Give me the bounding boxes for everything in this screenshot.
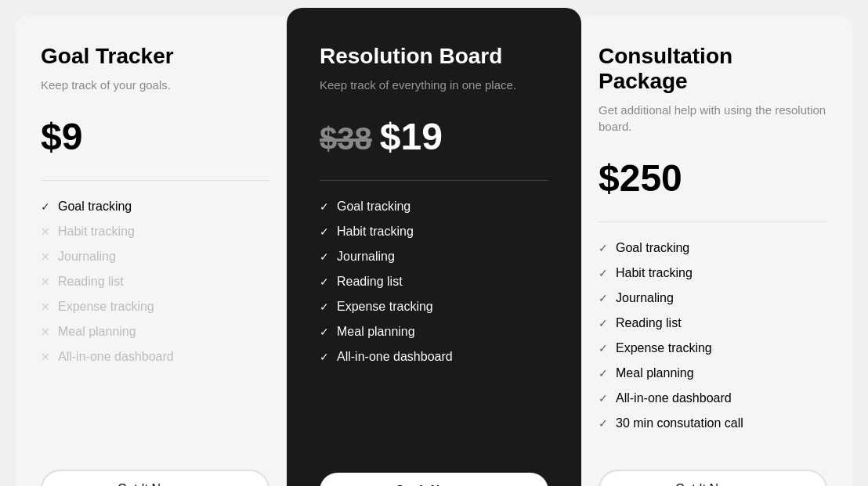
feature-label: Journaling (58, 250, 116, 264)
feature-item: ✓Goal tracking (599, 241, 827, 255)
x-icon: ✕ (41, 301, 50, 313)
feature-item: ✓Meal planning (599, 366, 827, 380)
feature-item: ✓All-in-one dashboard (320, 350, 548, 364)
feature-item: ✓Journaling (320, 250, 548, 264)
feature-item: ✓Expense tracking (320, 300, 548, 314)
check-icon: ✓ (599, 317, 608, 329)
check-icon: ✓ (599, 292, 608, 304)
price-container: $250 (599, 157, 827, 200)
feature-item: ✓30 min consutation call (599, 416, 827, 430)
x-icon: ✕ (41, 275, 50, 288)
check-icon: ✓ (320, 351, 329, 363)
x-icon: ✕ (41, 326, 50, 338)
feature-label: Goal tracking (58, 200, 132, 214)
check-icon: ✓ (320, 200, 329, 213)
feature-item: ✓Meal planning (320, 325, 548, 339)
card-title: Resolution Board (320, 44, 548, 69)
feature-item: ✓Habit tracking (320, 225, 548, 239)
features-list: ✓Goal tracking✓Habit tracking✓Journaling… (320, 200, 548, 445)
pricing-card-goal-tracker: Goal TrackerKeep track of your goals.$9✓… (16, 16, 295, 486)
price: $19 (380, 115, 443, 158)
feature-label: Reading list (616, 316, 682, 330)
card-title: Consultation Package (599, 44, 827, 94)
feature-label: Meal planning (337, 325, 415, 339)
features-list: ✓Goal tracking✕Habit tracking✕Journaling… (41, 200, 269, 441)
card-subtitle: Get additional help with using the resol… (599, 102, 827, 135)
price: $9 (41, 115, 82, 158)
card-title: Goal Tracker (41, 44, 269, 69)
feature-label: Expense tracking (337, 300, 433, 314)
price-container: $9 (41, 115, 269, 158)
check-icon: ✓ (599, 367, 608, 380)
check-icon: ✓ (320, 225, 329, 238)
x-icon: ✕ (41, 250, 50, 263)
feature-item: ✓Journaling (599, 291, 827, 305)
feature-label: All-in-one dashboard (58, 350, 174, 364)
feature-label: All-in-one dashboard (337, 350, 453, 364)
pricing-card-resolution-board: Resolution BoardKeep track of everything… (287, 8, 581, 486)
feature-label: Reading list (58, 275, 124, 289)
feature-item: ✕Habit tracking (41, 225, 269, 239)
x-icon: ✕ (41, 225, 50, 238)
feature-label: Meal planning (58, 325, 136, 339)
check-icon: ✓ (599, 242, 608, 254)
feature-label: Reading list (337, 275, 403, 289)
feature-label: Meal planning (616, 366, 694, 380)
cta-button[interactable]: Get It Now → (320, 473, 548, 486)
feature-label: Goal tracking (337, 200, 410, 214)
check-icon: ✓ (599, 342, 608, 355)
feature-item: ✕All-in-one dashboard (41, 350, 269, 364)
feature-item: ✓Reading list (599, 316, 827, 330)
pricing-container: Goal TrackerKeep track of your goals.$9✓… (16, 16, 852, 486)
feature-item: ✕Expense tracking (41, 300, 269, 314)
feature-item: ✓All-in-one dashboard (599, 391, 827, 405)
feature-item: ✓Goal tracking (41, 200, 269, 214)
feature-label: Journaling (616, 291, 674, 305)
feature-item: ✓Goal tracking (320, 200, 548, 214)
divider (320, 180, 548, 181)
divider (41, 180, 269, 181)
feature-label: Habit tracking (616, 266, 693, 280)
divider (599, 221, 827, 222)
feature-item: ✕Journaling (41, 250, 269, 264)
features-list: ✓Goal tracking✓Habit tracking✓Journaling… (599, 241, 827, 441)
check-icon: ✓ (320, 250, 329, 263)
price-strikethrough: $38 (320, 121, 372, 157)
check-icon: ✓ (599, 417, 608, 430)
feature-item: ✕Reading list (41, 275, 269, 289)
feature-item: ✕Meal planning (41, 325, 269, 339)
pricing-card-consultation-package: Consultation PackageGet additional help … (573, 16, 852, 486)
feature-label: All-in-one dashboard (616, 391, 732, 405)
check-icon: ✓ (320, 301, 329, 313)
card-subtitle: Keep track of everything in one place. (320, 77, 548, 93)
feature-item: ✓Reading list (320, 275, 548, 289)
feature-item: ✓Habit tracking (599, 266, 827, 280)
feature-label: Habit tracking (58, 225, 135, 239)
feature-label: Expense tracking (616, 341, 712, 355)
x-icon: ✕ (41, 351, 50, 363)
feature-item: ✓Expense tracking (599, 341, 827, 355)
feature-label: Habit tracking (337, 225, 414, 239)
price-container: $38$19 (320, 115, 548, 158)
feature-label: Goal tracking (616, 241, 689, 255)
cta-button[interactable]: Get It Now → (599, 470, 827, 486)
price: $250 (599, 157, 682, 200)
card-subtitle: Keep track of your goals. (41, 77, 269, 93)
check-icon: ✓ (41, 200, 50, 213)
check-icon: ✓ (599, 267, 608, 279)
check-icon: ✓ (320, 275, 329, 288)
cta-button[interactable]: Get It Now → (41, 470, 269, 486)
check-icon: ✓ (320, 326, 329, 338)
feature-label: 30 min consutation call (616, 416, 743, 430)
check-icon: ✓ (599, 392, 608, 405)
feature-label: Journaling (337, 250, 395, 264)
feature-label: Expense tracking (58, 300, 154, 314)
